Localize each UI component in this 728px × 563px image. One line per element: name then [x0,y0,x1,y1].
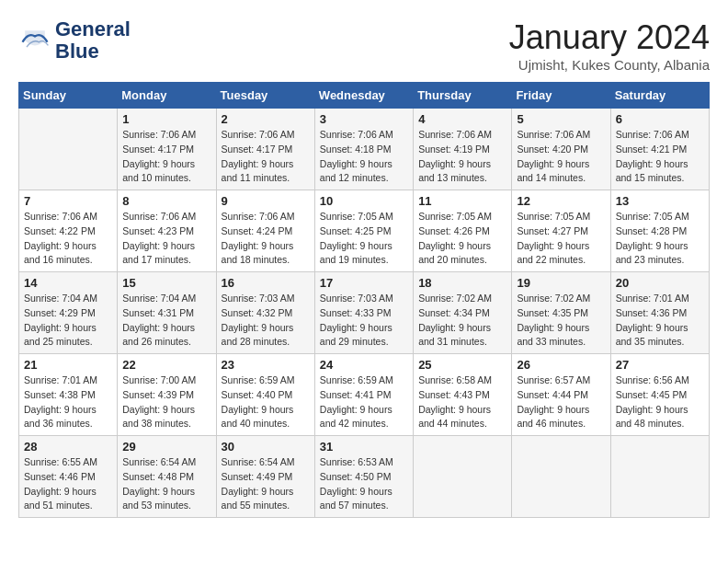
day-info: Sunrise: 6:59 AMSunset: 4:40 PMDaylight:… [222,373,310,431]
day-info: Sunrise: 7:04 AMSunset: 4:29 PMDaylight:… [24,292,112,350]
day-number: 5 [517,112,605,126]
logo-line1: General [55,17,131,40]
day-number: 28 [24,440,112,454]
calendar-cell: 20Sunrise: 7:01 AMSunset: 4:36 PMDayligh… [610,272,709,354]
calendar-cell: 25Sunrise: 6:58 AMSunset: 4:43 PMDayligh… [414,354,512,436]
calendar-cell: 6Sunrise: 7:06 AMSunset: 4:21 PMDaylight… [610,109,709,190]
day-info: Sunrise: 7:06 AMSunset: 4:17 PMDaylight:… [222,128,310,186]
calendar-cell: 22Sunrise: 7:00 AMSunset: 4:39 PMDayligh… [118,354,216,436]
weekday-header-friday: Friday [512,83,610,109]
day-info: Sunrise: 7:06 AMSunset: 4:19 PMDaylight:… [418,128,506,186]
calendar-cell [414,436,512,518]
day-number: 6 [616,112,704,126]
day-info: Sunrise: 6:54 AMSunset: 4:49 PMDaylight:… [222,455,310,513]
day-info: Sunrise: 7:06 AMSunset: 4:22 PMDaylight:… [24,210,112,268]
day-number: 31 [320,440,408,454]
calendar-cell: 28Sunrise: 6:55 AMSunset: 4:46 PMDayligh… [19,436,118,518]
day-info: Sunrise: 7:03 AMSunset: 4:33 PMDaylight:… [320,292,408,350]
day-info: Sunrise: 7:02 AMSunset: 4:34 PMDaylight:… [418,292,506,350]
day-info: Sunrise: 7:06 AMSunset: 4:18 PMDaylight:… [320,128,408,186]
day-info: Sunrise: 7:05 AMSunset: 4:27 PMDaylight:… [517,210,605,268]
calendar-cell [610,436,709,518]
day-number: 7 [24,194,112,208]
day-number: 29 [122,440,210,454]
day-number: 8 [122,194,210,208]
day-info: Sunrise: 6:53 AMSunset: 4:50 PMDaylight:… [320,455,408,513]
weekday-header-wednesday: Wednesday [314,83,413,109]
day-info: Sunrise: 6:55 AMSunset: 4:46 PMDaylight:… [24,455,112,513]
day-number: 23 [222,358,310,372]
calendar-cell: 7Sunrise: 7:06 AMSunset: 4:22 PMDaylight… [19,190,118,272]
calendar-cell: 21Sunrise: 7:01 AMSunset: 4:38 PMDayligh… [19,354,118,436]
day-number: 19 [517,276,605,290]
day-number: 25 [418,358,506,372]
calendar-cell: 12Sunrise: 7:05 AMSunset: 4:27 PMDayligh… [512,190,610,272]
day-number: 3 [320,112,408,126]
title-block: January 2024 Ujmisht, Kukes County, Alba… [509,18,710,73]
day-info: Sunrise: 7:05 AMSunset: 4:25 PMDaylight:… [320,210,408,268]
day-info: Sunrise: 7:05 AMSunset: 4:28 PMDaylight:… [616,210,704,268]
day-info: Sunrise: 7:06 AMSunset: 4:20 PMDaylight:… [517,128,605,186]
calendar-cell: 16Sunrise: 7:03 AMSunset: 4:32 PMDayligh… [216,272,314,354]
logo-line2: Blue [55,40,99,63]
logo-text: General Blue [55,18,131,63]
calendar-cell: 14Sunrise: 7:04 AMSunset: 4:29 PMDayligh… [19,272,118,354]
day-number: 12 [517,194,605,208]
day-number: 21 [24,358,112,372]
day-number: 11 [418,194,506,208]
day-info: Sunrise: 7:03 AMSunset: 4:32 PMDaylight:… [222,292,310,350]
calendar-cell: 5Sunrise: 7:06 AMSunset: 4:20 PMDaylight… [512,109,610,190]
week-row-1: 1Sunrise: 7:06 AMSunset: 4:17 PMDaylight… [19,109,710,190]
calendar-cell: 23Sunrise: 6:59 AMSunset: 4:40 PMDayligh… [216,354,314,436]
calendar-table: SundayMondayTuesdayWednesdayThursdayFrid… [18,82,710,518]
weekday-header-row: SundayMondayTuesdayWednesdayThursdayFrid… [19,83,710,109]
calendar-cell: 15Sunrise: 7:04 AMSunset: 4:31 PMDayligh… [118,272,216,354]
calendar-cell: 27Sunrise: 6:56 AMSunset: 4:45 PMDayligh… [610,354,709,436]
weekday-header-thursday: Thursday [414,83,512,109]
day-number: 10 [320,194,408,208]
calendar-cell: 2Sunrise: 7:06 AMSunset: 4:17 PMDaylight… [216,109,314,190]
day-number: 30 [222,440,310,454]
day-info: Sunrise: 7:04 AMSunset: 4:31 PMDaylight:… [122,292,210,350]
calendar-cell: 11Sunrise: 7:05 AMSunset: 4:26 PMDayligh… [414,190,512,272]
calendar-cell: 4Sunrise: 7:06 AMSunset: 4:19 PMDaylight… [414,109,512,190]
calendar-cell: 10Sunrise: 7:05 AMSunset: 4:25 PMDayligh… [314,190,413,272]
day-number: 24 [320,358,408,372]
calendar-cell [19,109,118,190]
day-info: Sunrise: 6:59 AMSunset: 4:41 PMDaylight:… [320,373,408,431]
day-info: Sunrise: 6:56 AMSunset: 4:45 PMDaylight:… [616,373,704,431]
location: Ujmisht, Kukes County, Albania [509,57,710,73]
day-info: Sunrise: 7:06 AMSunset: 4:24 PMDaylight:… [222,210,310,268]
weekday-header-sunday: Sunday [19,83,118,109]
day-number: 14 [24,276,112,290]
calendar-cell: 9Sunrise: 7:06 AMSunset: 4:24 PMDaylight… [216,190,314,272]
weekday-header-saturday: Saturday [610,83,709,109]
logo: General Blue [18,18,131,63]
day-number: 18 [418,276,506,290]
day-number: 9 [222,194,310,208]
day-info: Sunrise: 6:54 AMSunset: 4:48 PMDaylight:… [122,455,210,513]
day-info: Sunrise: 7:05 AMSunset: 4:26 PMDaylight:… [418,210,506,268]
day-number: 20 [616,276,704,290]
week-row-3: 14Sunrise: 7:04 AMSunset: 4:29 PMDayligh… [19,272,710,354]
page-header: General Blue January 2024 Ujmisht, Kukes… [18,18,710,73]
calendar-cell: 24Sunrise: 6:59 AMSunset: 4:41 PMDayligh… [314,354,413,436]
calendar-cell [512,436,610,518]
calendar-cell: 1Sunrise: 7:06 AMSunset: 4:17 PMDaylight… [118,109,216,190]
calendar-cell: 17Sunrise: 7:03 AMSunset: 4:33 PMDayligh… [314,272,413,354]
day-number: 4 [418,112,506,126]
day-info: Sunrise: 7:02 AMSunset: 4:35 PMDaylight:… [517,292,605,350]
calendar-cell: 19Sunrise: 7:02 AMSunset: 4:35 PMDayligh… [512,272,610,354]
day-info: Sunrise: 6:58 AMSunset: 4:43 PMDaylight:… [418,373,506,431]
day-number: 22 [122,358,210,372]
day-number: 1 [122,112,210,126]
calendar-cell: 29Sunrise: 6:54 AMSunset: 4:48 PMDayligh… [118,436,216,518]
week-row-2: 7Sunrise: 7:06 AMSunset: 4:22 PMDaylight… [19,190,710,272]
day-number: 26 [517,358,605,372]
month-title: January 2024 [509,18,710,57]
day-number: 2 [222,112,310,126]
calendar-cell: 8Sunrise: 7:06 AMSunset: 4:23 PMDaylight… [118,190,216,272]
day-number: 13 [616,194,704,208]
day-number: 27 [616,358,704,372]
day-info: Sunrise: 7:06 AMSunset: 4:23 PMDaylight:… [122,210,210,268]
